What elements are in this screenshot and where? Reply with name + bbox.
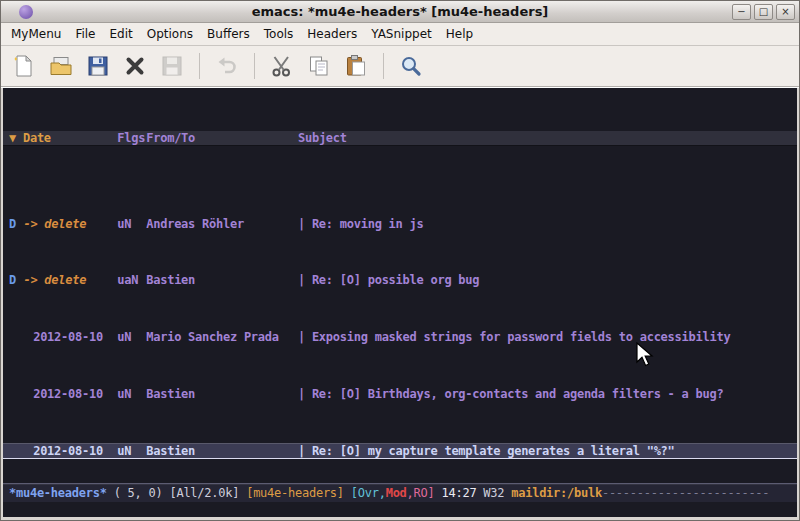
menu-item-edit[interactable]: Edit — [103, 24, 140, 44]
column-subject: Subject — [298, 131, 347, 145]
modeline-size: [All/2.0k] — [169, 486, 246, 500]
minimize-button[interactable]: − — [732, 4, 751, 20]
toolbar-separator — [254, 53, 255, 79]
column-gap — [103, 387, 117, 401]
message-subject: | Re: [O] possible org bug — [298, 273, 797, 287]
kill-buffer-icon[interactable] — [119, 50, 151, 82]
title-bar[interactable]: emacs: *mu4e-headers* [mu4e-headers] − □… — [1, 1, 799, 23]
column-gap — [103, 273, 117, 287]
message-row[interactable]: D -> delete uN Andreas Röhler | Re: movi… — [3, 217, 797, 231]
message-subject: | Re: [O] Birthdays, org-contacts and ag… — [298, 387, 797, 401]
menu-item-mymenu[interactable]: MyMenu — [4, 24, 68, 44]
message-flags: uN — [117, 217, 146, 231]
menu-item-help[interactable]: Help — [439, 24, 480, 44]
mark-char — [9, 444, 23, 458]
message-flags: uN — [117, 444, 146, 458]
modeline-position: ( 5, 0) — [107, 486, 170, 500]
modeline-window-id: W32 — [483, 486, 511, 500]
column-gap — [103, 444, 117, 458]
sort-column-date[interactable]: ▼ Date — [9, 131, 117, 145]
message-flags: uaN — [117, 273, 146, 287]
message-from: Bastien — [146, 387, 298, 401]
column-flags: Flgs — [117, 131, 146, 145]
modeline-readonly-flag: ,RO] — [407, 486, 442, 500]
toolbar-separator — [199, 53, 200, 79]
frame: ▼ Date Flgs From/To Subject D -> delete … — [1, 87, 799, 520]
window-controls: − □ × — [732, 4, 795, 20]
copy-icon[interactable] — [303, 50, 335, 82]
open-file-icon[interactable] — [45, 50, 77, 82]
modeline-overwrite-flag: [Ovr, — [351, 486, 386, 500]
menu-item-headers[interactable]: Headers — [300, 24, 364, 44]
close-button[interactable]: × — [776, 4, 795, 20]
cut-icon[interactable] — [266, 50, 298, 82]
modeline-dashes: ------------------------ — [602, 486, 769, 500]
message-flags: uN — [117, 387, 146, 401]
maximize-button[interactable]: □ — [754, 4, 773, 20]
message-row[interactable]: 2012-08-10 uN Bastien | Re: [O] Birthday… — [3, 387, 797, 401]
search-icon[interactable] — [395, 50, 427, 82]
paste-icon[interactable] — [340, 50, 372, 82]
message-subject: | Exposing masked strings for password f… — [298, 330, 797, 344]
message-date: 2012-08-10 — [23, 387, 102, 401]
message-from: Mario Sanchez Prada — [146, 330, 298, 344]
message-from: Andreas Röhler — [146, 217, 298, 231]
menu-item-tools[interactable]: Tools — [257, 24, 301, 44]
mark-char — [9, 330, 23, 344]
message-date: 2012-08-10 — [23, 444, 102, 458]
message-row[interactable]: D -> delete uaN Bastien | Re: [O] possib… — [3, 273, 797, 287]
header-line[interactable]: ▼ Date Flgs From/To Subject — [3, 131, 797, 146]
column-gap — [103, 217, 117, 231]
emacs-window: emacs: *mu4e-headers* [mu4e-headers] − □… — [0, 0, 800, 521]
mark-char — [9, 387, 23, 401]
toolbar — [1, 46, 799, 87]
message-from: Bastien — [146, 273, 298, 287]
toolbar-separator — [383, 53, 384, 79]
message-subject: | Re: [O] my capture template generates … — [298, 444, 797, 458]
message-subject: | Re: moving in js — [298, 217, 797, 231]
message-list: D -> delete uN Andreas Röhler | Re: movi… — [3, 188, 797, 483]
save-as-icon[interactable] — [156, 50, 188, 82]
mode-line[interactable]: *mu4e-headers* ( 5, 0) [All/2.0k] [mu4e-… — [3, 483, 797, 502]
modeline-modified-flag: Mod — [386, 486, 407, 500]
menu-item-file[interactable]: File — [68, 24, 102, 44]
menu-bar: MyMenuFileEditOptionsBuffersToolsHeaders… — [1, 23, 799, 46]
column-gap — [103, 330, 117, 344]
mouse-cursor — [635, 342, 657, 368]
modeline-buffer-name: *mu4e-headers* — [9, 486, 107, 500]
headers-buffer: ▼ Date Flgs From/To Subject D -> delete … — [3, 88, 797, 483]
message-date: -> delete — [23, 217, 102, 231]
message-row[interactable]: 2012-08-10 uN Mario Sanchez Prada | Expo… — [3, 330, 797, 344]
save-icon[interactable] — [82, 50, 114, 82]
message-date: -> delete — [23, 273, 102, 287]
menu-item-yasnippet[interactable]: YASnippet — [364, 24, 439, 44]
modeline-maildir: maildir:/bulk — [511, 486, 602, 500]
modeline-major-mode: [mu4e-headers] — [246, 486, 351, 500]
modeline-clock: 14:27 — [441, 486, 483, 500]
menu-item-buffers[interactable]: Buffers — [200, 24, 257, 44]
menu-item-options[interactable]: Options — [140, 24, 200, 44]
message-from: Bastien — [146, 444, 298, 458]
mark-char: D — [9, 273, 23, 287]
mark-char: D — [9, 217, 23, 231]
message-date: 2012-08-10 — [23, 330, 102, 344]
undo-icon[interactable] — [211, 50, 243, 82]
echo-area[interactable] — [3, 502, 797, 517]
column-from: From/To — [146, 131, 298, 145]
new-file-icon[interactable] — [8, 50, 40, 82]
message-row[interactable]: 2012-08-10 uN Bastien | Re: [O] my captu… — [3, 444, 797, 458]
emacs-icon — [19, 5, 33, 19]
window-title: emacs: *mu4e-headers* [mu4e-headers] — [1, 4, 799, 19]
message-flags: uN — [117, 330, 146, 344]
